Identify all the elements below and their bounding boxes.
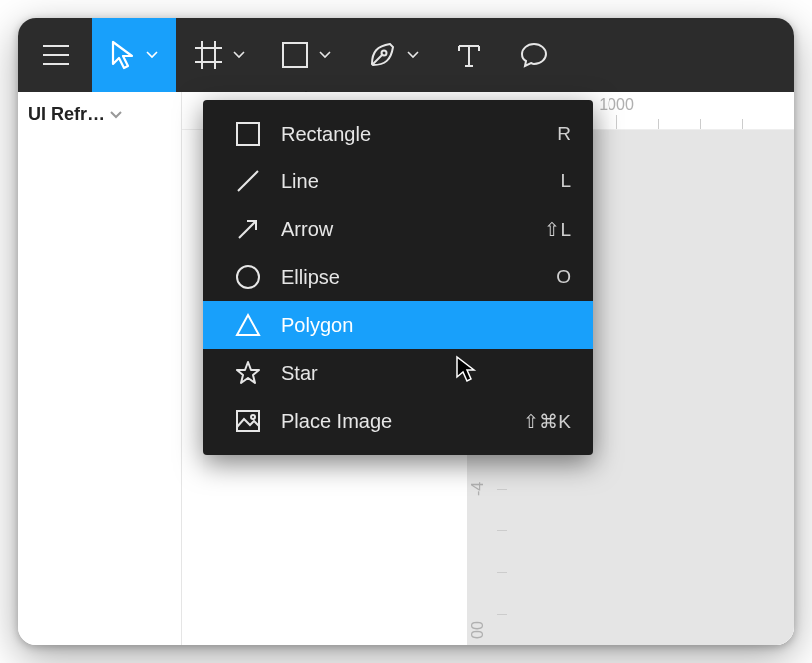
svg-rect-7 — [283, 43, 307, 67]
svg-line-8 — [373, 54, 383, 64]
menu-item-label: Polygon — [281, 314, 571, 337]
app-window: UI Refr… 1000 -4 00 — [18, 18, 794, 645]
menu-item-ellipse[interactable]: Ellipse O — [203, 253, 593, 301]
svg-line-16 — [238, 171, 258, 191]
arrow-icon — [231, 212, 265, 246]
ellipse-icon — [231, 260, 265, 294]
menu-item-star[interactable]: Star — [203, 349, 593, 397]
menu-item-shortcut: ⇧⌘K — [523, 410, 571, 433]
svg-point-22 — [251, 415, 255, 419]
menu-item-label: Ellipse — [281, 266, 556, 289]
shape-tool-button[interactable] — [263, 18, 349, 92]
line-icon — [231, 165, 265, 198]
svg-point-18 — [237, 266, 259, 288]
svg-point-9 — [382, 51, 387, 56]
chevron-down-icon — [146, 51, 158, 59]
main-menu-button[interactable] — [24, 18, 92, 92]
menu-item-label: Place Image — [281, 410, 523, 433]
menu-item-label: Rectangle — [281, 123, 557, 146]
text-icon — [455, 41, 483, 69]
svg-rect-15 — [237, 123, 259, 145]
menu-item-label: Star — [281, 362, 571, 385]
pen-icon — [367, 40, 397, 70]
menu-item-shortcut: L — [560, 170, 571, 192]
menu-item-polygon[interactable]: Polygon — [203, 301, 593, 349]
menu-item-label: Line — [281, 170, 560, 193]
chevron-down-icon — [319, 51, 331, 59]
comment-tool-button[interactable] — [501, 18, 567, 92]
polygon-icon — [231, 308, 265, 342]
comment-icon — [519, 40, 549, 70]
menu-item-line[interactable]: Line L — [203, 158, 593, 205]
svg-marker-19 — [237, 315, 259, 335]
menu-item-label: Arrow — [281, 218, 544, 241]
svg-rect-21 — [237, 411, 259, 431]
menu-item-rectangle[interactable]: Rectangle R — [203, 110, 593, 158]
toolbar — [18, 18, 794, 92]
chevron-down-icon — [233, 51, 245, 59]
chevron-down-icon — [109, 110, 123, 120]
hamburger-icon — [42, 44, 70, 66]
ruler-label: 00 — [469, 621, 487, 639]
sidebar: UI Refr… — [18, 92, 182, 645]
file-name: UI Refr… — [28, 104, 105, 125]
rectangle-icon — [231, 117, 265, 151]
menu-item-shortcut: O — [556, 266, 571, 288]
move-tool-button[interactable] — [92, 18, 176, 92]
text-tool-button[interactable] — [437, 18, 501, 92]
svg-marker-20 — [237, 362, 259, 383]
svg-line-17 — [239, 221, 256, 238]
image-icon — [231, 404, 265, 438]
ruler-label: -4 — [469, 482, 487, 496]
star-icon — [231, 356, 265, 390]
rectangle-icon — [281, 41, 309, 69]
shape-dropdown: Rectangle R Line L Arrow ⇧L Ell — [203, 100, 593, 455]
cursor-icon — [110, 40, 136, 70]
chevron-down-icon — [407, 51, 419, 59]
frame-tool-button[interactable] — [176, 18, 263, 92]
menu-item-place-image[interactable]: Place Image ⇧⌘K — [203, 397, 593, 445]
frame-icon — [194, 40, 223, 70]
pen-tool-button[interactable] — [349, 18, 437, 92]
menu-item-arrow[interactable]: Arrow ⇧L — [203, 205, 593, 253]
menu-item-shortcut: R — [557, 123, 571, 145]
menu-item-shortcut: ⇧L — [544, 218, 571, 241]
ruler-label: 1000 — [599, 96, 634, 114]
file-name-row[interactable]: UI Refr… — [28, 104, 171, 125]
